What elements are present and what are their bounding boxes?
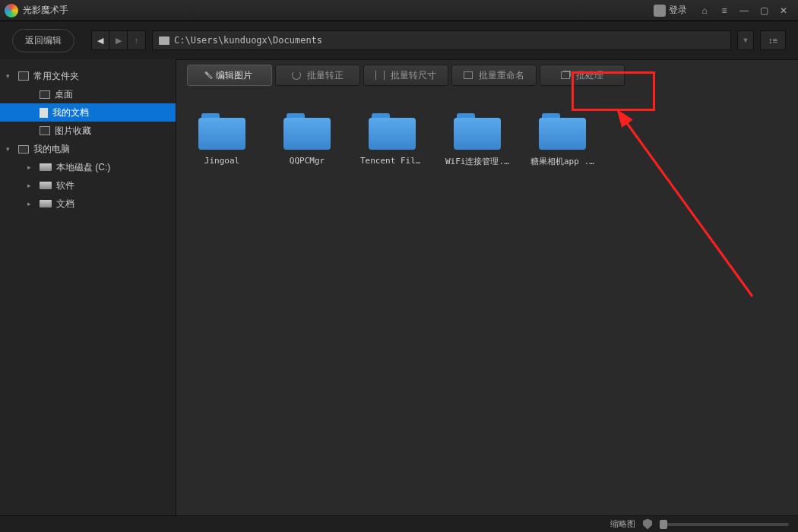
app-logo-icon — [5, 4, 18, 17]
batch-resize-button[interactable]: 批量转尺寸 — [363, 65, 448, 86]
sidebar-item-favorites[interactable]: 图片收藏 — [0, 122, 176, 140]
folder-item[interactable]: Tencent Files — [360, 113, 424, 167]
toolbar: 编辑图片 批量转正 批量转尺寸 批量重命名 批处理 — [176, 60, 798, 90]
batch-icon — [561, 71, 570, 79]
button-label: 批量重命名 — [479, 69, 524, 82]
sidebar-common-folders[interactable]: ▾ 常用文件夹 — [0, 67, 176, 85]
folder-icon — [283, 113, 331, 150]
title-bar: 光影魔术手 登录 ⌂ ≡ — ▢ ✕ — [0, 0, 798, 21]
sidebar-item-drive-software[interactable]: ▸ 软件 — [0, 176, 176, 195]
path-text: C:\Users\kunduogx\Documents — [174, 35, 322, 46]
disk-icon — [40, 200, 52, 207]
sidebar-label: 图片收藏 — [55, 125, 91, 138]
computer-icon — [18, 145, 29, 154]
content-area: 编辑图片 批量转正 批量转尺寸 批量重命名 批处理 Jingoal — [176, 59, 798, 515]
disk-icon — [40, 182, 52, 189]
folder-item[interactable]: Jingoal — [190, 113, 254, 167]
batch-process-button[interactable]: 批处理 — [540, 65, 625, 86]
close-button[interactable]: ✕ — [774, 2, 793, 19]
slider-thumb[interactable] — [660, 520, 667, 529]
settings-dropdown-button[interactable]: ≡ — [714, 2, 734, 19]
sidebar-item-my-documents[interactable]: 我的文档 — [0, 103, 176, 122]
folder-group-icon — [18, 71, 29, 81]
button-label: 批量转正 — [307, 69, 344, 82]
folder-label: 糖果相机app ... — [530, 156, 594, 167]
sidebar-label: 桌面 — [55, 88, 73, 101]
maximize-button[interactable]: ▢ — [754, 2, 774, 19]
shield-icon — [643, 519, 652, 530]
button-label: 批处理 — [576, 69, 603, 82]
document-icon — [40, 108, 48, 118]
folder-item[interactable]: QQPCMgr — [275, 113, 339, 167]
sidebar: ▾ 常用文件夹 桌面 我的文档 图片收藏 ▾ 我的电脑 ▸ 本地磁盘 (C:) … — [0, 59, 176, 515]
folder-icon — [159, 36, 169, 45]
edit-image-button[interactable]: 编辑图片 — [187, 65, 272, 86]
sidebar-label: 软件 — [56, 179, 74, 192]
rename-icon — [464, 71, 473, 79]
folder-item[interactable]: WiFi连接管理... — [445, 113, 509, 167]
sort-button[interactable]: ↕≡ — [760, 30, 786, 50]
folder-label: WiFi连接管理... — [445, 156, 509, 167]
folder-icon — [539, 113, 586, 150]
app-title: 光影魔术手 — [23, 4, 68, 17]
sidebar-label: 本地磁盘 (C:) — [56, 161, 110, 174]
back-to-editor-button[interactable]: 返回编辑 — [12, 29, 74, 52]
rotate-icon — [292, 71, 301, 80]
sidebar-label: 我的电脑 — [33, 143, 70, 156]
sidebar-label: 常用文件夹 — [33, 70, 79, 83]
minimize-button[interactable]: — — [734, 2, 754, 19]
thumbnail-label: 缩略图 — [610, 518, 635, 530]
expand-icon: ▸ — [27, 200, 35, 207]
sidebar-item-desktop[interactable]: 桌面 — [0, 85, 176, 103]
batch-rotate-button[interactable]: 批量转正 — [275, 65, 360, 86]
folder-grid: Jingoal QQPCMgr Tencent Files WiFi连接管理..… — [176, 90, 798, 515]
folder-label: QQPCMgr — [290, 156, 325, 166]
sidebar-label: 我的文档 — [52, 106, 89, 119]
expand-icon: ▸ — [27, 163, 35, 171]
folder-label: Jingoal — [204, 156, 239, 166]
sidebar-label: 文档 — [56, 198, 74, 211]
sidebar-item-drive-docs[interactable]: ▸ 文档 — [0, 195, 176, 213]
collapse-icon: ▾ — [6, 72, 14, 80]
nav-back-button[interactable]: ◀ — [91, 30, 109, 50]
path-dropdown-button[interactable]: ▼ — [737, 30, 754, 50]
status-bar: 缩略图 — [0, 515, 798, 532]
batch-rename-button[interactable]: 批量重命名 — [451, 65, 537, 86]
button-label: 批量转尺寸 — [391, 69, 436, 82]
resize-icon — [375, 71, 385, 80]
disk-icon — [40, 163, 52, 171]
nav-forward-button[interactable]: ▶ — [109, 30, 128, 50]
login-label: 登录 — [669, 4, 687, 17]
nav-up-button[interactable]: ↑ — [128, 30, 146, 50]
avatar-icon — [654, 5, 666, 17]
path-bar[interactable]: C:\Users\kunduogx\Documents — [152, 30, 731, 50]
desktop-icon — [40, 90, 50, 99]
folder-icon — [369, 113, 416, 150]
button-label: 编辑图片 — [216, 69, 252, 82]
pencil-icon — [204, 71, 213, 80]
login-button[interactable]: 登录 — [654, 4, 687, 17]
folder-label: Tencent Files — [360, 156, 424, 166]
folder-item[interactable]: 糖果相机app ... — [530, 113, 594, 167]
folder-icon — [454, 113, 501, 150]
thumbnail-size-slider[interactable] — [660, 523, 789, 526]
collapse-icon: ▾ — [6, 145, 14, 153]
image-icon — [40, 126, 50, 135]
sidebar-item-drive-c[interactable]: ▸ 本地磁盘 (C:) — [0, 158, 176, 176]
nav-bar: 返回编辑 ◀ ▶ ↑ C:\Users\kunduogx\Documents ▼… — [0, 21, 798, 59]
expand-icon: ▸ — [27, 182, 35, 189]
home-button[interactable]: ⌂ — [695, 2, 714, 19]
sidebar-my-computer[interactable]: ▾ 我的电脑 — [0, 140, 176, 158]
folder-icon — [198, 113, 245, 150]
